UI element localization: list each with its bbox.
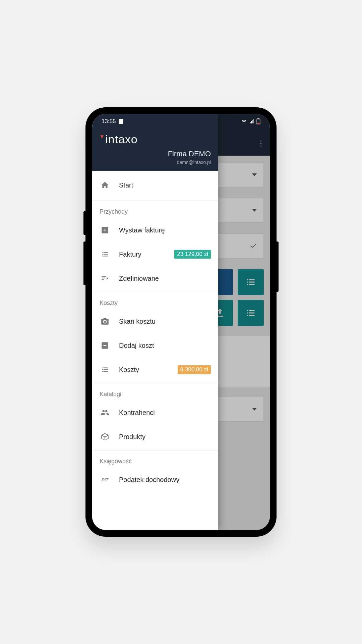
amount-badge: 23 129,00 zł: [174, 250, 211, 259]
users-icon: [100, 407, 110, 418]
brand-logo: ▾ intaxo: [100, 133, 138, 146]
section-przychody: Przychody: [92, 202, 218, 218]
hw-button: [277, 241, 279, 292]
section-ksiegowosc: Księgowość: [92, 452, 218, 468]
screen: ⋯ ODUKTY: [92, 114, 270, 530]
nav-drawer: ▾ intaxo Firma DEMO demo@intaxo.pl Start…: [92, 114, 218, 530]
action-tile[interactable]: [238, 269, 264, 295]
home-icon: [100, 180, 110, 191]
svg-rect-2: [257, 123, 260, 124]
plus-square-icon: [100, 225, 110, 235]
phone-frame: ⋯ ODUKTY: [85, 107, 277, 537]
check-icon: [250, 243, 257, 249]
chevron-down-icon: [252, 408, 257, 411]
nav-label: Dodaj koszt: [119, 342, 154, 350]
divider: [92, 292, 218, 292]
status-bar: 13:55: [92, 114, 270, 129]
section-katalogi: Katalogi: [92, 385, 218, 400]
section-koszty: Koszty: [92, 293, 218, 309]
nav-label: Kontrahenci: [119, 409, 155, 417]
list-icon: [100, 364, 110, 375]
list-icon: [245, 276, 256, 288]
chevron-down-icon: [252, 209, 257, 212]
nav-label: Start: [119, 181, 133, 189]
notification-icon: [119, 119, 123, 124]
pit-icon: PIT: [100, 474, 110, 485]
nav-label: Podatek dochodowy: [119, 476, 179, 484]
nav-skan-kosztu[interactable]: Skan kosztu: [92, 309, 218, 333]
nav-label: Koszty: [119, 366, 139, 374]
camera-icon: [100, 316, 110, 327]
battery-icon: [256, 118, 260, 124]
nav-dodaj-koszt[interactable]: Dodaj koszt: [92, 333, 218, 358]
overflow-menu-icon[interactable]: ⋯: [257, 140, 265, 147]
company-email: demo@intaxo.pl: [100, 160, 211, 165]
nav-faktury[interactable]: Faktury 23 129,00 zł: [92, 242, 218, 266]
nav-label: Produkty: [119, 433, 145, 441]
nav-label: Faktury: [119, 251, 141, 258]
drawer-menu: Start Przychody Wystaw fakturę Faktury 2…: [92, 171, 218, 530]
wifi-icon: [241, 119, 247, 124]
hw-button: [83, 211, 85, 235]
hw-button: [83, 241, 85, 285]
chevron-down-icon: [252, 173, 257, 176]
sort-list-icon: [100, 273, 110, 284]
nav-koszty[interactable]: Koszty 8 300,00 zł: [92, 358, 218, 382]
action-tile[interactable]: [238, 300, 264, 326]
brand-mark-icon: ▾: [100, 132, 105, 141]
list-icon: [245, 307, 256, 319]
nav-label: Wystaw fakturę: [119, 226, 165, 234]
divider: [92, 450, 218, 450]
company-name: Firma DEMO: [100, 150, 211, 158]
signal-icon: [249, 119, 254, 124]
nav-produkty[interactable]: Produkty: [92, 425, 218, 449]
status-time: 13:55: [102, 118, 116, 125]
divider: [92, 201, 218, 201]
nav-start[interactable]: Start: [92, 171, 218, 199]
nav-wystaw-fakture[interactable]: Wystaw fakturę: [92, 218, 218, 242]
nav-zdefiniowane[interactable]: Zdefiniowane: [92, 266, 218, 290]
nav-label: Zdefiniowane: [119, 275, 159, 282]
nav-label: Skan kosztu: [119, 318, 156, 325]
nav-kontrahenci[interactable]: Kontrahenci: [92, 400, 218, 425]
nav-podatek-dochodowy[interactable]: PIT Podatek dochodowy: [92, 468, 218, 492]
divider: [92, 383, 218, 383]
brand-name: intaxo: [105, 133, 138, 146]
box-icon: [100, 431, 110, 442]
minus-square-icon: [100, 340, 110, 351]
amount-badge: 8 300,00 zł: [178, 365, 211, 374]
list-icon: [100, 249, 110, 260]
